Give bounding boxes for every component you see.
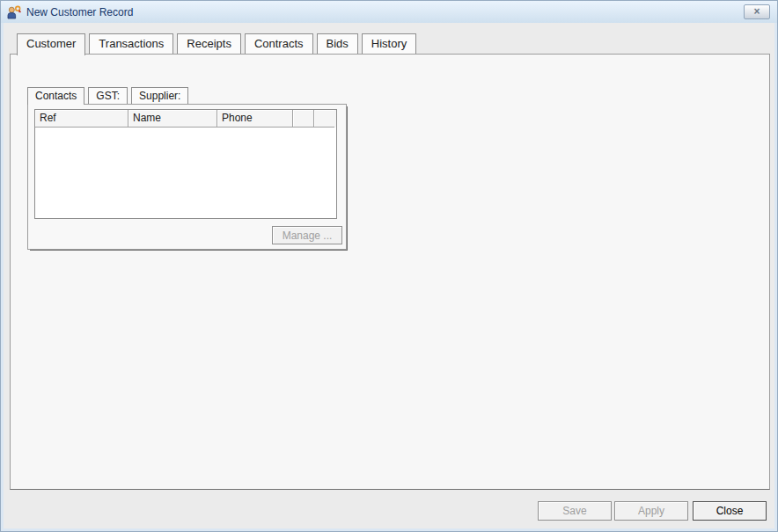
titlebar: New Customer Record ×: [1, 1, 778, 23]
grid-header-phone[interactable]: Phone: [217, 110, 293, 128]
contacts-panel: Ref Name Phone Manage ...: [27, 104, 347, 250]
tab-bids[interactable]: Bids: [317, 33, 358, 54]
subtab-supplier[interactable]: Supplier:: [131, 87, 188, 104]
grid-header-blank-1[interactable]: [293, 110, 314, 128]
apply-button[interactable]: Apply: [614, 501, 688, 521]
tab-transactions[interactable]: Transactions: [89, 33, 173, 54]
tab-history[interactable]: History: [362, 33, 416, 54]
subtab-contacts[interactable]: Contacts: [27, 87, 84, 105]
tab-receipts[interactable]: Receipts: [177, 33, 241, 54]
contacts-grid-header: Ref Name Phone: [35, 110, 336, 128]
grid-header-ref[interactable]: Ref: [35, 110, 128, 128]
subtab-gst[interactable]: GST:: [88, 87, 128, 104]
grid-header-blank-2[interactable]: [314, 110, 334, 128]
main-tabstrip: Customer Transactions Receipts Contracts…: [17, 33, 416, 55]
new-customer-record-dialog: New Customer Record × Customer Transacti…: [0, 0, 778, 532]
tab-customer[interactable]: Customer: [17, 33, 85, 55]
close-button[interactable]: Close: [693, 501, 767, 521]
window-close-button[interactable]: ×: [744, 4, 770, 19]
save-button[interactable]: Save: [538, 501, 612, 521]
grid-header-name[interactable]: Name: [128, 110, 217, 128]
window-title: New Customer Record: [26, 6, 133, 18]
manage-button[interactable]: Manage ...: [272, 226, 342, 244]
contacts-grid: Ref Name Phone: [34, 109, 337, 219]
tab-contracts[interactable]: Contracts: [245, 33, 313, 54]
contact-subtabs: Contacts GST: Supplier:: [27, 87, 188, 105]
customer-key-icon: [7, 5, 21, 19]
contacts-grid-body[interactable]: [35, 128, 336, 218]
